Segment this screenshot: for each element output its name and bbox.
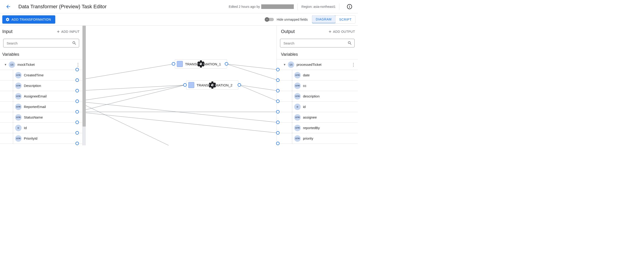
input-field-row[interactable]: STRStatusName: [0, 112, 82, 123]
canvas[interactable]: TRANSFORMATION_1 TRANSFORMATION_2: [86, 26, 276, 145]
input-search-field[interactable]: [3, 39, 79, 48]
hide-unmapped-toggle[interactable]: [265, 18, 274, 21]
output-field-row[interactable]: STRpriority: [277, 133, 358, 144]
type-badge: STR: [15, 114, 22, 120]
type-badge: STR: [15, 72, 22, 78]
input-root-name: mockTicket: [18, 62, 35, 66]
svg-line-6: [226, 64, 276, 70]
output-field-name: assignee: [303, 115, 317, 119]
output-field-name: reportedBy: [303, 126, 320, 130]
indent-line: [292, 112, 292, 122]
output-field-name: description: [303, 94, 320, 98]
indent-line: [292, 91, 292, 101]
transformation-node-2[interactable]: TRANSFORMATION_2: [186, 80, 238, 90]
add-input-button[interactable]: ADD INPUT: [56, 30, 80, 34]
back-button[interactable]: [4, 2, 13, 11]
output-search-field[interactable]: [280, 39, 354, 48]
output-port-5[interactable]: [276, 131, 280, 134]
input-field-row[interactable]: STRDescription: [0, 80, 82, 91]
type-badge: D: [294, 104, 301, 110]
output-field-row[interactable]: Did: [277, 102, 358, 112]
svg-line-13: [239, 85, 276, 101]
search-icon: [72, 41, 76, 46]
output-field-name: priority: [303, 136, 313, 140]
output-search-input[interactable]: [284, 41, 348, 45]
info-button[interactable]: [345, 2, 354, 11]
view-diagram-button[interactable]: DIAGRAM: [312, 15, 336, 23]
transformation-1-input-port[interactable]: [172, 62, 175, 66]
input-field-name: Description: [24, 84, 41, 88]
svg-line-12: [239, 85, 276, 91]
output-panel: Output ADD OUTPUT Variables ▼ {J} proces…: [276, 26, 358, 145]
input-field-name: ReporterEmail: [24, 105, 46, 109]
input-port-6[interactable]: [76, 142, 79, 145]
type-badge-json: {J}: [288, 62, 294, 68]
output-port-3[interactable]: [276, 110, 280, 114]
input-port-1[interactable]: [76, 89, 79, 92]
input-port-5[interactable]: [76, 131, 79, 134]
input-field-row[interactable]: DId: [0, 123, 82, 133]
transform-icon: [188, 82, 194, 88]
type-badge: STR: [294, 93, 301, 100]
row-menu-button[interactable]: ⋮: [351, 62, 356, 67]
transform-icon: [177, 61, 183, 67]
indent-line: [292, 133, 292, 144]
input-scrollbar[interactable]: [82, 26, 86, 145]
input-panel: Input ADD INPUT Variables ▼ {J} mockTick…: [0, 26, 82, 145]
input-field-row[interactable]: STRCreatedTime: [0, 70, 82, 80]
scrollbar-thumb[interactable]: [82, 26, 86, 126]
transformation-2-output-port[interactable]: [238, 83, 241, 87]
transformation-1-output-port[interactable]: [225, 62, 228, 66]
output-field-row[interactable]: STRreportedBy: [277, 123, 358, 133]
input-field-name: CreatedTime: [24, 73, 44, 77]
input-field-row[interactable]: STRReporterEmail: [0, 102, 82, 112]
type-badge: D: [15, 125, 22, 131]
input-field-row[interactable]: STRAssigneeEmail: [0, 91, 82, 102]
input-port-0[interactable]: [76, 78, 79, 82]
type-badge: STR: [294, 135, 301, 142]
region-label: Region: asia-northeast1: [301, 5, 336, 8]
svg-line-4: [86, 64, 174, 80]
output-port-2[interactable]: [276, 100, 280, 103]
output-field-row[interactable]: STRcc: [277, 80, 358, 91]
input-port-3[interactable]: [76, 110, 79, 114]
row-menu-button[interactable]: ⋮: [76, 62, 80, 67]
input-search-input[interactable]: [7, 41, 72, 45]
transformation-node-1[interactable]: TRANSFORMATION_1: [175, 60, 227, 68]
info-icon: [347, 4, 352, 10]
input-field-name: PriorityId: [24, 136, 38, 140]
input-port-2[interactable]: [76, 100, 79, 103]
input-port-root[interactable]: [76, 68, 79, 71]
input-panel-title: Input: [2, 29, 12, 34]
view-script-button[interactable]: SCRIPT: [335, 16, 355, 24]
add-output-button[interactable]: ADD OUTPUT: [328, 30, 355, 34]
hide-unmapped-label: Hide unmapped fields: [276, 18, 308, 21]
output-field-row[interactable]: STRdescription: [277, 91, 358, 102]
minus-icon: [266, 18, 268, 21]
input-port-4[interactable]: [76, 120, 79, 124]
input-tree: ▼ {J} mockTicket ⋮ STRCreatedTimeSTRDesc…: [0, 59, 82, 144]
page-title: Data Transformer (Preview) Task Editor: [18, 4, 107, 10]
output-port-root[interactable]: [276, 68, 280, 71]
type-badge-json: {J}: [9, 62, 15, 68]
type-badge: STR: [294, 125, 301, 131]
edited-by-label: Edited 2 hours ago by: [229, 4, 294, 9]
output-field-name: id: [303, 105, 306, 109]
add-transformation-button[interactable]: ADD TRANSFORMATION: [2, 15, 55, 24]
gear-icon: [6, 18, 10, 22]
input-root-row[interactable]: ▼ {J} mockTicket ⋮: [0, 60, 82, 70]
add-input-label: ADD INPUT: [61, 30, 80, 34]
output-field-row[interactable]: STRdate: [277, 70, 358, 80]
output-port-6[interactable]: [276, 142, 280, 145]
add-output-label: ADD OUTPUT: [333, 30, 355, 34]
output-port-0[interactable]: [276, 78, 280, 82]
wire-layer: [86, 26, 276, 145]
output-port-4[interactable]: [276, 120, 280, 124]
output-field-row[interactable]: STRassignee: [277, 112, 358, 123]
type-badge: STR: [15, 93, 22, 100]
output-root-row[interactable]: ▼ {J} processedTicket ⋮: [277, 60, 358, 70]
input-field-row[interactable]: STRPriorityId: [0, 133, 82, 144]
toggle-knob: [265, 17, 269, 22]
output-port-1[interactable]: [276, 89, 280, 92]
transformation-2-input-port[interactable]: [183, 83, 187, 87]
